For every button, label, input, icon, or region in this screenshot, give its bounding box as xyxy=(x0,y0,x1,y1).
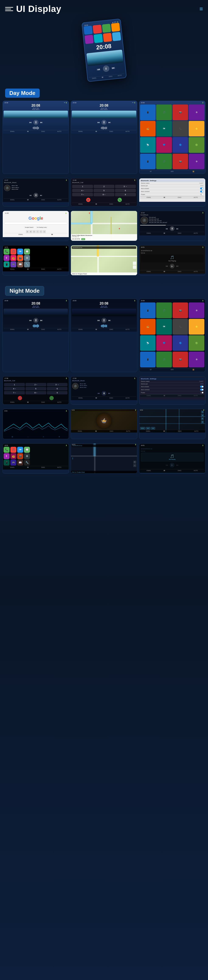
night-carplay-app-10[interactable]: 🎮 xyxy=(10,460,16,466)
menu-icon[interactable] xyxy=(5,5,13,13)
bt-next[interactable]: ⏭ xyxy=(39,194,43,197)
night-nav-right[interactable]: ► xyxy=(201,417,204,420)
hero-next-btn[interactable]: ⏭ xyxy=(112,66,115,70)
day-app-14[interactable]: 🎵 xyxy=(156,154,172,169)
carplay-app-6[interactable]: 🎬 xyxy=(17,255,23,261)
google-search-bar[interactable] xyxy=(4,222,68,224)
carplay-music[interactable]: 🎵 xyxy=(10,249,16,255)
auto-answer-toggle[interactable] xyxy=(200,188,203,189)
nav-hamburger-icon[interactable]: ≡ xyxy=(200,6,203,12)
night-app-8[interactable]: ⭐ xyxy=(189,319,204,335)
carplay-phone[interactable]: 📞 xyxy=(4,249,9,255)
day-app-3[interactable]: 📷 xyxy=(173,105,188,120)
day-app-8[interactable]: ⭐ xyxy=(189,121,204,137)
day-app-16[interactable]: ⚙ xyxy=(189,154,204,169)
carplay-messages[interactable]: 💬 xyxy=(24,249,30,255)
key-2[interactable]: 2 xyxy=(94,185,114,188)
night-app-14[interactable]: 🎵 xyxy=(156,352,172,368)
night-app-6[interactable]: 🗺 xyxy=(156,319,172,335)
carplay-app-11[interactable]: 📖 xyxy=(17,261,23,267)
map-go-button[interactable]: GO xyxy=(81,238,85,240)
night-s1-prev[interactable]: ⏮ xyxy=(29,319,32,322)
night-app-5[interactable]: 📻 xyxy=(140,319,156,335)
day-s1-play[interactable]: ⏸ xyxy=(33,120,38,125)
night-zoom-out[interactable]: – xyxy=(133,464,136,467)
day-s2-play[interactable]: ⏸ xyxy=(101,120,107,125)
hero-app-1[interactable] xyxy=(84,25,93,35)
night-carplay-app-6[interactable]: 🎬 xyxy=(17,453,23,459)
night-carplay-app-5[interactable]: 📻 xyxy=(10,453,16,459)
night-s1-next[interactable]: ⏭ xyxy=(40,319,43,322)
night-key-6[interactable]: 6 xyxy=(47,387,68,390)
key-8[interactable]: 8 – xyxy=(94,193,114,196)
night-carplay-app-11[interactable]: 📖 xyxy=(17,460,23,466)
carplay-app-9[interactable]: 📱 xyxy=(4,261,9,267)
day-app-2[interactable]: 🎵 xyxy=(156,105,172,120)
night-s2-prev[interactable]: ⏮ xyxy=(97,319,100,322)
hero-app-7[interactable] xyxy=(103,33,112,42)
night-carplay-settings[interactable]: ⚙ xyxy=(24,453,30,459)
key-6[interactable]: 6 xyxy=(115,189,136,192)
night-nav-btn-1[interactable]: MENU xyxy=(140,427,145,430)
night-key-4[interactable]: 4 – xyxy=(4,387,25,390)
night-np-play[interactable]: ▶ xyxy=(170,463,175,468)
night-auto-connect-toggle[interactable] xyxy=(200,389,203,391)
day-app-5[interactable]: 📻 xyxy=(140,121,156,137)
carplay-podcast[interactable]: 🎙 xyxy=(4,255,9,261)
night-app-2[interactable]: 🎵 xyxy=(156,302,172,318)
night-hang-up[interactable]: 📵 xyxy=(18,396,22,400)
day-s2-next[interactable]: ⏭ xyxy=(108,121,111,124)
night-key-9[interactable]: 9 xyxy=(47,391,68,395)
night-carplay-messages[interactable]: 💬 xyxy=(24,447,30,453)
night-key-7[interactable]: 7 – xyxy=(4,391,25,395)
night-bt-next[interactable]: ⏭ xyxy=(108,392,111,395)
key-7[interactable]: 7 – xyxy=(72,193,93,196)
day-app-15[interactable]: 📷 xyxy=(173,154,188,169)
social-play[interactable]: ⏸ xyxy=(170,226,175,231)
night-bt-prev[interactable]: ⏮ xyxy=(97,392,100,395)
night-s2-next[interactable]: ⏭ xyxy=(108,319,111,322)
key-3[interactable]: 3 → xyxy=(115,185,136,188)
carplay-maps[interactable]: 🗺 xyxy=(17,249,23,255)
day-app-13[interactable]: 📱 xyxy=(140,154,156,169)
nav-zoom-out[interactable]: – xyxy=(133,266,136,269)
night-carplay-music[interactable]: 🎵 xyxy=(10,447,16,453)
day-app-6[interactable]: 🗺 xyxy=(156,121,172,137)
night-app-16[interactable]: ⚙ xyxy=(189,352,204,368)
day-app-11[interactable]: 🔵 xyxy=(173,137,188,153)
day-app-7[interactable]: 📞 xyxy=(173,121,188,137)
night-nav-btn-3[interactable]: NAV xyxy=(151,427,155,430)
night-key-1[interactable]: 1 xyxy=(4,383,25,387)
power-toggle[interactable] xyxy=(200,194,203,196)
day-s2-prev[interactable]: ⏮ xyxy=(97,121,100,124)
day-s1-prev[interactable]: ⏮ xyxy=(29,121,32,124)
day-app-1[interactable]: 📱 xyxy=(140,105,156,120)
night-zoom-in[interactable]: + xyxy=(133,461,136,464)
night-app-10[interactable]: 💙 xyxy=(156,335,172,351)
night-answer[interactable]: 📞 xyxy=(49,396,54,400)
night-app-15[interactable]: 📷 xyxy=(173,352,188,368)
night-nav-left[interactable]: ◄ xyxy=(201,414,204,417)
hero-app-6[interactable] xyxy=(94,34,103,43)
auto-connect-toggle[interactable] xyxy=(200,191,203,192)
key-4[interactable]: 4 – xyxy=(72,189,93,192)
night-key-2[interactable]: 2 – xyxy=(25,383,46,387)
night-app-3[interactable]: 📷 xyxy=(173,302,188,318)
hero-app-4[interactable] xyxy=(111,23,120,32)
key-5[interactable]: 5 xyxy=(94,189,114,192)
night-bt-play[interactable]: ⏸ xyxy=(102,391,106,396)
night-key-5[interactable]: 5 xyxy=(25,387,46,390)
key-9[interactable]: 9 xyxy=(115,193,136,196)
night-carplay-app-12[interactable]: 🔧 xyxy=(24,460,30,466)
night-app-4[interactable]: ⚙ xyxy=(189,302,204,318)
np-prev[interactable]: ⏮ xyxy=(165,264,168,267)
hero-app-8[interactable] xyxy=(112,32,121,41)
key-1[interactable]: 1 xyxy=(72,185,93,188)
night-key-8[interactable]: 8 – xyxy=(25,391,46,395)
night-app-11[interactable]: 🔵 xyxy=(173,335,188,351)
social-prev[interactable]: ⏮ xyxy=(165,227,169,230)
night-carplay-app-9[interactable]: 📱 xyxy=(4,460,9,466)
hero-app-5[interactable] xyxy=(85,35,94,44)
answer-btn[interactable]: 📞 xyxy=(118,198,122,202)
night-auto-answer-toggle[interactable] xyxy=(200,386,203,388)
